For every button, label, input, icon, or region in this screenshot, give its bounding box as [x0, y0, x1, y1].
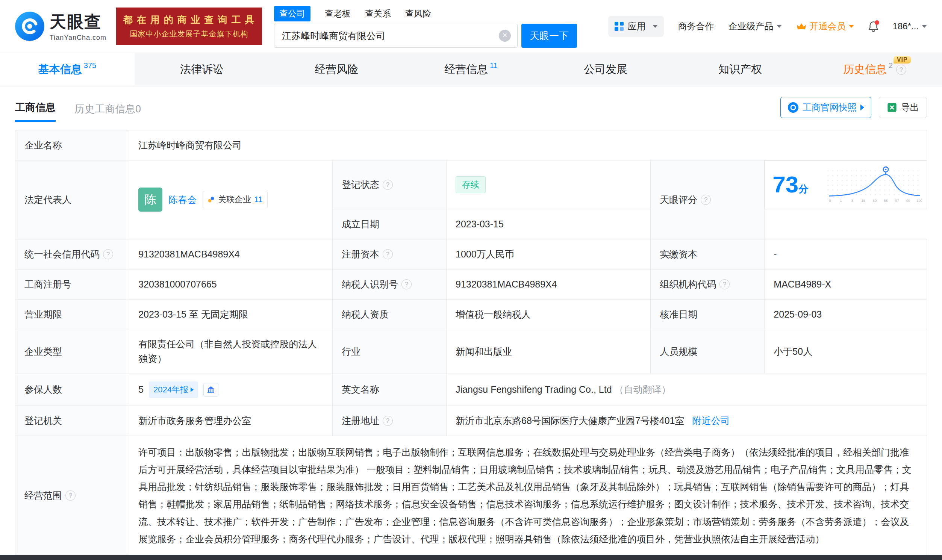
svg-text:99: 99: [906, 198, 910, 202]
related-companies-badge[interactable]: 关联企业 11: [203, 191, 268, 208]
table-row: 法定代表人 陈 陈春会 关联企业 11: [15, 160, 927, 209]
help-icon[interactable]: [896, 65, 906, 75]
field-label-reg-number: 工商注册号: [15, 269, 129, 299]
tab-history-info[interactable]: VIP 历史信息 2: [807, 53, 942, 86]
search-area: 查公司 查老板 查关系 查风险 天眼一下: [274, 5, 577, 48]
nav-cooperation[interactable]: 商务合作: [678, 20, 714, 32]
official-snapshot-button[interactable]: 工商官网快照: [780, 97, 871, 118]
subtab-history-business-info[interactable]: 历史工商信息0: [74, 102, 141, 122]
snapshot-icon: [788, 102, 799, 113]
search-button[interactable]: 天眼一下: [521, 24, 577, 48]
nav-vip[interactable]: 开通会员: [796, 20, 854, 32]
field-label-reg-authority: 登记机关: [15, 406, 129, 435]
field-value-approval-date: 2025-09-03: [765, 299, 927, 329]
search-tab-risk[interactable]: 查风险: [405, 8, 431, 20]
table-row: 营业期限 2023-03-15 至 无固定期限 纳税人资质 增值税一般纳税人 核…: [15, 299, 927, 329]
chevron-down-icon: [922, 25, 927, 28]
status-badge: 存续: [456, 176, 486, 194]
tianyancha-page: 天眼查 TianYanCha.com 都 在 用 的 商 业 查 询 工 具 国…: [0, 0, 942, 560]
tab-operating-info[interactable]: 经营信息 11: [404, 53, 538, 86]
social-insurance-chip[interactable]: [203, 383, 219, 397]
search-tabs: 查公司 查老板 查关系 查风险: [274, 5, 577, 22]
tab-intellectual-property[interactable]: 知识产权: [673, 53, 807, 86]
promo-banner: 都 在 用 的 商 业 查 询 工 具 国家中小企业发展子基金旗下机构: [116, 8, 262, 45]
help-icon[interactable]: [383, 180, 393, 190]
search-tab-boss[interactable]: 查老板: [325, 8, 351, 20]
tab-basic-info[interactable]: 基本信息 375: [0, 53, 135, 86]
tianyancha-logo-icon: [15, 12, 45, 41]
tab-company-development[interactable]: 公司发展: [538, 53, 673, 86]
svg-text:85: 85: [884, 198, 888, 202]
nav-enterprise-products[interactable]: 企业级产品: [728, 20, 782, 32]
field-label-reg-status: 登记状态: [332, 160, 446, 209]
avatar[interactable]: 陈: [139, 188, 162, 212]
field-label-credit-code: 统一社会信用代码: [15, 239, 129, 269]
field-label-insured: 参保人数: [15, 374, 129, 406]
field-value-company-name: 江苏峰时峰商贸有限公司: [129, 131, 927, 160]
clear-icon[interactable]: [499, 30, 511, 42]
field-label-company-name: 企业名称: [15, 131, 129, 160]
svg-text:50: 50: [873, 198, 876, 202]
tab-operating-risk[interactable]: 经营风险: [269, 53, 404, 86]
field-label-taxpayer-quality: 纳税人资质: [332, 299, 446, 329]
field-value-reg-capital: 1000万人民币: [446, 239, 651, 269]
help-icon[interactable]: [103, 249, 113, 259]
score-distribution-chart: 0 1 3 15 50 85 97 99 100: [827, 164, 922, 206]
help-icon[interactable]: [383, 416, 393, 426]
svg-text:1: 1: [840, 198, 842, 202]
field-label-establish-date: 成立日期: [332, 209, 446, 239]
arrow-right-icon: [191, 388, 194, 392]
help-icon[interactable]: [402, 279, 412, 289]
tab-count: 11: [490, 61, 498, 70]
field-label-industry: 行业: [332, 329, 446, 374]
svg-text:97: 97: [895, 198, 899, 202]
table-row: 参保人数 5 2024年报: [15, 374, 927, 406]
logo[interactable]: 天眼查 TianYanCha.com: [15, 11, 106, 42]
crown-icon: [796, 22, 807, 31]
table-row: 统一社会信用代码 91320381MACB4989X4 注册资本 1000万人民…: [15, 239, 927, 269]
legal-rep-link[interactable]: 陈春会: [168, 192, 197, 207]
help-icon[interactable]: [383, 249, 393, 259]
svg-text:15: 15: [861, 198, 865, 202]
search-input[interactable]: [274, 24, 518, 48]
tab-legal[interactable]: 法律诉讼: [135, 53, 269, 86]
tab-count: 2: [889, 61, 893, 70]
user-menu[interactable]: 186*...: [893, 21, 927, 32]
field-label-score: 天眼评分: [651, 160, 765, 239]
svg-text:100: 100: [916, 198, 922, 202]
company-tabs: 基本信息 375 法律诉讼 经营风险 经营信息 11 公司发展 知识产权 VIP…: [0, 52, 942, 86]
field-label-taxpayer-id: 纳税人识别号: [332, 269, 446, 299]
field-value-staff-size: 小于50人: [765, 329, 927, 374]
bank-icon: [206, 385, 215, 394]
business-info-table: 企业名称 江苏峰时峰商贸有限公司 法定代表人 陈 陈春会 关联企业 11: [15, 130, 927, 555]
search-tab-company[interactable]: 查公司: [274, 6, 311, 22]
logo-name: 天眼查: [49, 11, 106, 33]
table-row: 工商注册号 320381000707665 纳税人识别号 91320381MAC…: [15, 269, 927, 299]
field-value-reg-authority: 新沂市政务服务管理办公室: [129, 406, 332, 435]
search-tab-relation[interactable]: 查关系: [365, 8, 391, 20]
field-value-reg-address: 新沂市北京东路68号国际医疗大健康产业园7号楼401室 附近公司: [446, 406, 927, 435]
excel-export-icon: [887, 102, 897, 113]
help-icon[interactable]: [701, 195, 711, 205]
subtab-row: 工商信息 历史工商信息0 工商官网快照 导出: [0, 86, 942, 122]
tab-count: 375: [84, 61, 96, 70]
annual-report-badge[interactable]: 2024年报: [149, 382, 198, 398]
field-value-org-code: MACB4989-X: [765, 269, 927, 299]
export-button[interactable]: 导出: [879, 97, 927, 118]
field-label-reg-capital: 注册资本: [332, 239, 446, 269]
help-icon[interactable]: [719, 279, 730, 289]
field-value-score: 73分 0 1: [765, 160, 927, 209]
help-icon[interactable]: [65, 491, 75, 501]
field-value-taxpayer-quality: 增值税一般纳税人: [446, 299, 651, 329]
table-row: 企业类型 有限责任公司（非自然人投资或控股的法人独资） 行业 新闻和出版业 人员…: [15, 329, 927, 374]
grid-icon: [614, 22, 624, 31]
field-value-industry: 新闻和出版业: [446, 329, 651, 374]
field-label-approval-date: 核准日期: [651, 299, 765, 329]
apps-label: 应用: [628, 20, 646, 32]
svg-text:3: 3: [851, 198, 853, 202]
nearby-companies-link[interactable]: 附近公司: [692, 415, 730, 426]
notification-bell[interactable]: [868, 21, 879, 32]
apps-menu[interactable]: 应用: [608, 16, 664, 37]
header-nav: 应用 商务合作 企业级产品 开通会员: [608, 16, 927, 37]
subtab-business-info[interactable]: 工商信息: [15, 101, 55, 122]
